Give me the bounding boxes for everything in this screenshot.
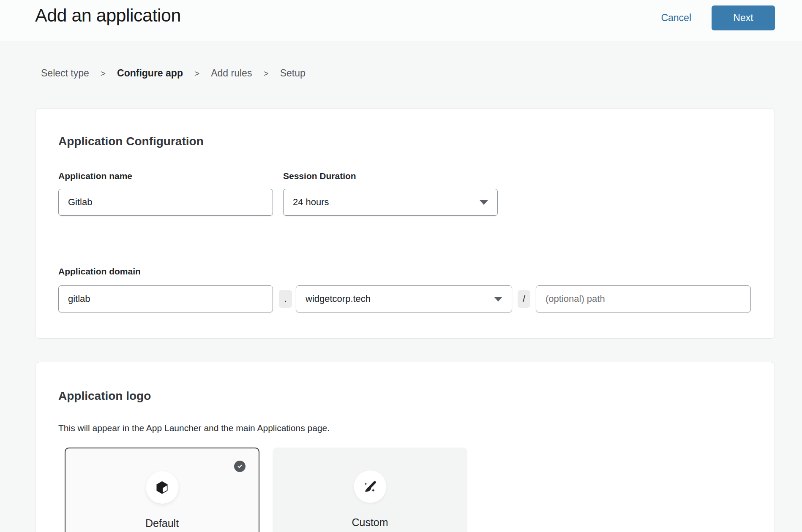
selected-check-icon <box>234 461 246 472</box>
logo-option-custom[interactable]: Custom <box>273 448 467 532</box>
logo-option-label: Default <box>65 517 259 529</box>
application-configuration-card: Application Configuration Application na… <box>35 108 775 339</box>
application-name-label: Application name <box>58 171 132 181</box>
domain-slash-separator: / <box>518 290 530 308</box>
header-actions: Cancel Next <box>661 5 775 30</box>
logo-option-label: Custom <box>273 516 467 529</box>
application-name-input[interactable] <box>58 189 273 216</box>
application-domain-label: Application domain <box>58 266 141 277</box>
application-logo-card: Application logo This will appear in the… <box>35 362 775 532</box>
session-duration-value: 24 hours <box>293 197 329 208</box>
breadcrumb-select-type[interactable]: Select type <box>41 68 89 79</box>
logo-option-default[interactable]: Default <box>65 448 259 532</box>
application-logo-description: This will appear in the App Launcher and… <box>58 423 330 433</box>
breadcrumb-add-rules[interactable]: Add rules <box>211 68 252 79</box>
session-duration-select[interactable]: 24 hours <box>283 189 498 216</box>
breadcrumb-separator: > <box>263 68 268 79</box>
application-configuration-title: Application Configuration <box>58 135 204 148</box>
custom-logo-circle <box>354 470 386 503</box>
subdomain-input[interactable] <box>58 285 273 312</box>
domain-select[interactable]: widgetcorp.tech <box>296 285 512 312</box>
cube-icon <box>154 479 171 496</box>
add-application-page: Add an application Cancel Next Select ty… <box>0 0 802 532</box>
domain-select-value: widgetcorp.tech <box>306 293 371 304</box>
path-input[interactable] <box>536 285 751 312</box>
breadcrumb: Select type > Configure app > Add rules … <box>41 68 306 79</box>
chevron-down-icon <box>480 200 488 205</box>
breadcrumb-setup[interactable]: Setup <box>280 68 306 79</box>
breadcrumb-configure-app[interactable]: Configure app <box>117 68 183 79</box>
application-logo-title: Application logo <box>58 389 151 403</box>
page-title: Add an application <box>35 5 181 26</box>
default-logo-circle <box>146 471 178 504</box>
cancel-button[interactable]: Cancel <box>661 12 691 24</box>
paintbrush-icon <box>362 478 379 495</box>
next-button[interactable]: Next <box>712 5 775 30</box>
breadcrumb-separator: > <box>101 68 106 79</box>
chevron-down-icon <box>494 297 502 301</box>
breadcrumb-separator: > <box>194 68 199 79</box>
domain-dot-separator: . <box>279 290 292 308</box>
session-duration-label: Session Duration <box>283 171 356 181</box>
